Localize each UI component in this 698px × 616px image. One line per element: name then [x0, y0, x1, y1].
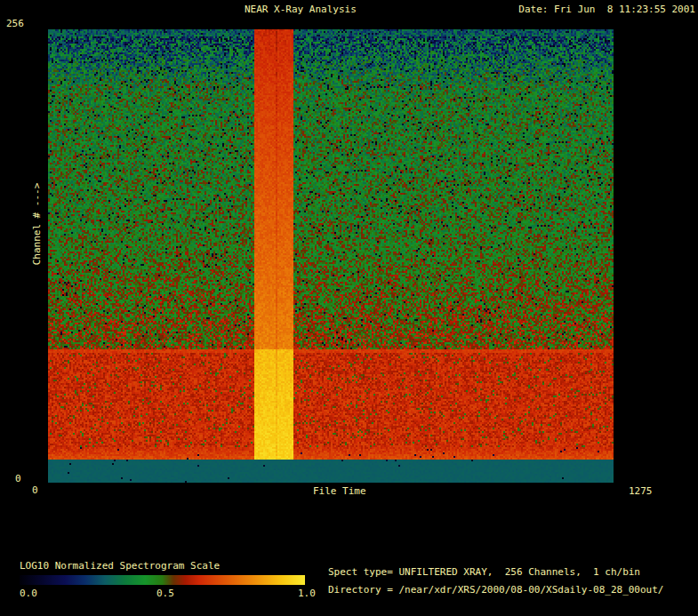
y-axis-title: Channel # ---> — [31, 183, 43, 266]
colorbar-title: LOG10 Normalized Spectrogram Scale — [20, 560, 220, 572]
x-axis-title: File Time — [313, 485, 366, 497]
date-label: Date: Fri Jun 8 11:23:55 2001 — [518, 4, 695, 15]
colorbar-tick-max: 1.0 — [298, 588, 316, 599]
colorbar-gradient — [20, 575, 305, 585]
spectrogram-image — [48, 29, 614, 483]
x-axis-max-label: 1275 — [629, 485, 653, 497]
colorbar-tick-min: 0.0 — [20, 588, 37, 599]
y-axis-max-label: 256 — [6, 18, 24, 29]
y-axis-min-label: 0 — [15, 473, 21, 484]
near-xray-analysis-window: NEAR X-Ray Analysis Date: Fri Jun 8 11:2… — [0, 0, 698, 616]
page-title: NEAR X-Ray Analysis — [245, 4, 357, 15]
colorbar-tick-mid: 0.5 — [156, 588, 174, 599]
directory-label: Directory = /near/xdr/XRS/2000/08-00/XSd… — [328, 584, 664, 596]
x-axis-min-label: 0 — [32, 484, 38, 496]
spect-type-label: Spect type= UNFILTERED XRAY, 256 Channel… — [328, 566, 640, 578]
